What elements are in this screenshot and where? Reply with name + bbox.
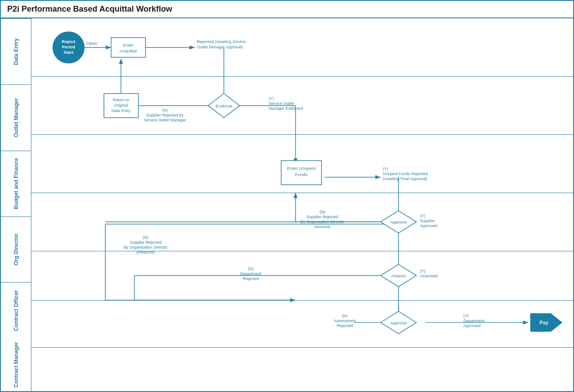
lane-label-contract-officer: Contract Officer — [1, 282, 31, 338]
svg-text:Pay: Pay — [539, 320, 548, 325]
svg-text:(Y): (Y) — [383, 167, 388, 171]
svg-text:Supplier Rejected: Supplier Rejected — [307, 215, 339, 219]
svg-text:(N): (N) — [320, 210, 325, 214]
svg-text:Enter Unspent: Enter Unspent — [287, 166, 316, 171]
svg-text:(N): (N) — [248, 267, 253, 271]
svg-text:(amount): (amount) — [314, 224, 330, 229]
svg-text:Rejected: Rejected — [337, 323, 352, 328]
svg-text:(Y): (Y) — [420, 269, 426, 273]
svg-text:Original: Original — [114, 103, 128, 108]
svg-text:Rejected: Rejected — [243, 276, 258, 281]
svg-text:Supplier Rejected: Supplier Rejected — [130, 240, 161, 245]
page-container: P2i Performance Based Acquittal Workflow… — [0, 0, 574, 392]
svg-text:(N): (N) — [143, 235, 148, 240]
svg-text:Unspent Funds Reported: Unspent Funds Reported — [383, 172, 428, 176]
svg-text:Reported (Awaiting Service: Reported (Awaiting Service — [197, 39, 246, 44]
page-title: P2i Performance Based Acquittal Workflow — [1, 1, 573, 18]
workflow-body: Data Entry Outlet Manager Budget and Fin… — [1, 18, 573, 391]
svg-text:Approve: Approve — [390, 220, 407, 224]
svg-text:Supplier Rejected by: Supplier Rejected by — [146, 113, 183, 117]
svg-text:(Y): (Y) — [269, 96, 274, 101]
svg-text:Period: Period — [62, 44, 75, 49]
svg-text:Approve: Approve — [390, 320, 407, 325]
lane-label-budget-finance: Budget and Finance — [1, 151, 31, 216]
svg-text:Department: Department — [463, 319, 484, 323]
svg-text:(Y): (Y) — [420, 214, 426, 218]
svg-text:Department: Department — [240, 271, 261, 276]
workflow-diagram: Open — [31, 18, 573, 391]
svg-text:Endorse: Endorse — [216, 103, 233, 108]
svg-text:By Organisation Director: By Organisation Director — [124, 245, 168, 250]
svg-text:(Y): (Y) — [463, 314, 469, 318]
lane-label-contract-manager: Contract Manager — [1, 338, 31, 391]
svg-text:Assessment: Assessment — [334, 319, 356, 323]
svg-text:Return to: Return to — [113, 98, 129, 102]
svg-text:Data Entry: Data Entry — [111, 108, 130, 113]
svg-text:Approved: Approved — [463, 323, 480, 328]
svg-text:Service Outlet: Service Outlet — [269, 101, 294, 106]
lane-label-data-entry: Data Entry — [1, 18, 31, 84]
svg-text:Assess: Assess — [391, 273, 406, 278]
svg-text:(Awaiting Final Approval): (Awaiting Final Approval) — [383, 177, 427, 181]
svg-text:Assessed: Assessed — [420, 274, 438, 278]
svg-text:(N): (N) — [162, 108, 167, 112]
svg-text:Outlet Manager Approval): Outlet Manager Approval) — [197, 45, 243, 49]
svg-text:Service Outlet Manager: Service Outlet Manager — [144, 118, 186, 122]
svg-text:Acquittal: Acquittal — [120, 48, 137, 53]
svg-text:(measure): (measure) — [136, 250, 155, 254]
svg-text:Report: Report — [62, 39, 76, 44]
svg-text:Funds: Funds — [295, 172, 308, 177]
svg-text:(N): (N) — [342, 314, 348, 318]
svg-text:Start: Start — [64, 50, 74, 55]
lane-label-org-director: Org Director — [1, 216, 31, 282]
lane-label-outlet-manager: Outlet Manager — [1, 84, 31, 150]
lane-labels: Data Entry Outlet Manager Budget and Fin… — [1, 18, 31, 391]
svg-text:Manager Endorsed: Manager Endorsed — [269, 106, 303, 111]
svg-text:Open: Open — [87, 41, 97, 46]
svg-text:Enter: Enter — [123, 43, 134, 47]
diagram-area: Open — [31, 18, 573, 391]
svg-text:Supplier: Supplier — [420, 219, 435, 223]
svg-text:Approved: Approved — [420, 224, 437, 228]
